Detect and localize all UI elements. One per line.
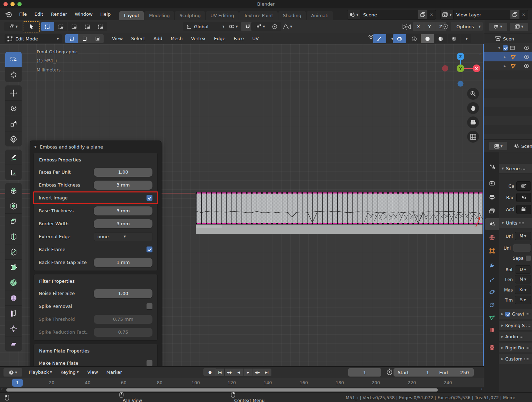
viewport-3d[interactable]: Front Orthographic (1) M51_i Millimeters…	[0, 44, 484, 366]
collapse-triangle-icon[interactable]: ▼	[34, 145, 37, 149]
timeline-editor-type-dropdown[interactable]: ▼	[3, 368, 22, 377]
shading-wireframe-button[interactable]	[408, 34, 421, 43]
playhead[interactable]: 1	[12, 379, 23, 387]
new-scene-button[interactable]	[418, 10, 427, 19]
properties-tab-world[interactable]	[485, 232, 499, 243]
eye-icon[interactable]	[524, 45, 530, 50]
properties-tab-material[interactable]	[485, 324, 499, 336]
options-dropdown[interactable]: Options▼	[451, 22, 483, 31]
select-mode-vertex[interactable]	[65, 34, 78, 43]
shading-solid-button[interactable]	[421, 34, 434, 43]
outliner-display-mode-dropdown[interactable]: ▼	[489, 23, 507, 31]
shading-rendered-button[interactable]	[448, 34, 460, 43]
checkbox[interactable]	[147, 246, 152, 252]
gravity-checkbox[interactable]	[505, 312, 510, 317]
drag-grip[interactable]	[519, 222, 524, 225]
frame-end-field[interactable]: End 250	[434, 368, 474, 377]
auto-keying-record-button[interactable]: ●	[203, 368, 217, 376]
outliner-filter-dropdown[interactable]: ▼	[510, 23, 528, 31]
checkbox[interactable]	[147, 303, 152, 309]
scene-name[interactable]: Scene	[360, 12, 418, 17]
viewport-menu-add[interactable]: Add	[149, 33, 166, 44]
tool-scale[interactable]	[5, 116, 22, 131]
gizmos-toggle[interactable]	[373, 34, 386, 43]
current-frame-field[interactable]: 1	[348, 368, 381, 377]
outliner-row-mesh[interactable]: ▶	[484, 52, 532, 61]
properties-tab-particles[interactable]	[485, 273, 499, 285]
timeline-ruler[interactable]: 20406080100120140160180200220240 1	[0, 378, 484, 387]
tool-smooth[interactable]	[5, 290, 22, 306]
select-mode-face[interactable]	[91, 34, 104, 43]
outliner-row-mesh[interactable]: ▶	[484, 61, 532, 70]
expander-icon[interactable]: ▼	[498, 46, 500, 50]
unlink-scene-button[interactable]: ✕	[427, 10, 436, 19]
frame-start-field[interactable]: Start 1	[394, 368, 434, 377]
properties-tab-modifiers[interactable]	[485, 259, 499, 271]
value-slider[interactable]: 0.75	[94, 328, 152, 337]
timeline-menu-keying[interactable]: Keying▼	[56, 367, 83, 378]
timeline-corner-arrow[interactable]: ›	[1, 386, 2, 391]
mirror-axis-x[interactable]: X	[413, 22, 424, 31]
drag-grip[interactable]	[524, 358, 529, 361]
value-field[interactable]	[513, 244, 531, 252]
viewport-menu-edge[interactable]: Edge	[210, 33, 230, 44]
workspace-tab-layout[interactable]: Layout	[119, 11, 144, 20]
viewport-menu-select[interactable]: Select	[127, 33, 149, 44]
mesh-object[interactable]	[195, 192, 484, 236]
tool-shrink-fatten[interactable]	[5, 321, 22, 336]
scene-selector[interactable]: ▼ Scene ✕	[347, 10, 436, 20]
transport-jump-start[interactable]: |◀	[215, 369, 224, 376]
timeline-collapse-arrow[interactable]: ‹	[481, 387, 482, 391]
tool-annotate[interactable]	[5, 150, 22, 165]
select-box-mode-new[interactable]	[41, 22, 54, 31]
proportional-falloff-dropdown[interactable]: ▼	[278, 22, 297, 31]
tool-cursor[interactable]	[5, 67, 22, 82]
properties-panel-audio[interactable]: ▶Audio	[499, 332, 532, 342]
checkbox[interactable]	[526, 256, 531, 261]
unit-dropdown[interactable]: M▼	[515, 232, 531, 240]
properties-tab-view-layer[interactable]	[485, 205, 499, 217]
editor-type-selector[interactable]: ▼	[4, 22, 22, 31]
tool-shear[interactable]	[5, 336, 22, 351]
snap-target-dropdown[interactable]: ▼	[251, 22, 270, 31]
camera-view-button[interactable]	[467, 116, 479, 128]
mode-selector[interactable]: Edit Mode▼	[5, 34, 62, 43]
properties-tab-data[interactable]	[485, 312, 499, 324]
tool-select-box[interactable]	[5, 52, 22, 67]
tool-rotate[interactable]	[5, 101, 22, 116]
transport-play-reverse[interactable]: ◀	[234, 369, 243, 376]
transport-play[interactable]: ▶	[243, 369, 253, 376]
transform-orientation-dropdown[interactable]: Global▼	[183, 22, 228, 31]
value-slider[interactable]: 3 mm	[94, 206, 152, 215]
id-selector-button[interactable]	[516, 193, 531, 202]
value-slider[interactable]: 0.75 mm	[94, 315, 152, 324]
dropdown-select[interactable]: none▼	[94, 232, 152, 241]
select-box-mode-invert[interactable]	[81, 22, 94, 31]
workspace-tab-animati[interactable]: Animati	[307, 11, 333, 20]
properties-panel-custom[interactable]: ▶Custom	[499, 354, 532, 364]
shading-material-button[interactable]	[434, 34, 447, 43]
timeline-menu-view[interactable]: View	[83, 367, 102, 378]
properties-tab-object[interactable]	[485, 245, 499, 257]
active-tool-tweak[interactable]	[23, 21, 40, 32]
menu-file[interactable]: File	[15, 8, 31, 20]
value-slider[interactable]: 1 mm	[94, 258, 152, 267]
mirror-axis-y[interactable]: Y	[424, 22, 435, 31]
properties-tab-physics[interactable]	[485, 286, 499, 298]
viewport-menu-view[interactable]: View	[108, 33, 127, 44]
transport-next-keyframe[interactable]: ◆▶	[253, 369, 262, 376]
redo-panel-header[interactable]: ▼ Emboss and solidify a plane	[30, 141, 161, 153]
value-slider[interactable]: 3 mm	[94, 219, 152, 228]
value-slider[interactable]: 3 mm	[94, 181, 152, 190]
workspace-tab-shading[interactable]: Shading	[278, 11, 306, 20]
tool-edge-slide[interactable]	[5, 306, 22, 321]
view-layer-name[interactable]: View Layer	[454, 12, 510, 17]
properties-editor-type-dropdown[interactable]: ▼	[489, 142, 507, 150]
workspace-tab-sculpting[interactable]: Sculpting	[175, 11, 205, 20]
tool-inset-faces[interactable]	[5, 198, 22, 214]
drag-grip[interactable]	[525, 313, 530, 316]
view-layer-selector[interactable]: ▼ View Layer ✕	[440, 10, 528, 20]
remove-view-layer-button[interactable]: ✕	[519, 10, 528, 19]
outliner-row-collection[interactable]: ▼	[484, 43, 532, 52]
value-slider[interactable]: 1.00	[94, 168, 152, 177]
